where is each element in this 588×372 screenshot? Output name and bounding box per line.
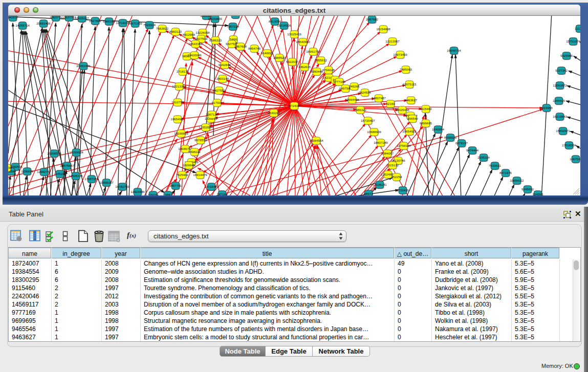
svg-text:1244415: 1244415 [553, 99, 565, 102]
svg-text:7625402: 7625402 [176, 173, 189, 177]
svg-text:10756928: 10756928 [397, 144, 411, 147]
svg-text:197164: 197164 [217, 192, 228, 195]
svg-text:15692971: 15692971 [556, 129, 570, 133]
svg-text:9329966: 9329966 [560, 54, 573, 57]
svg-text:10688609: 10688609 [367, 130, 381, 134]
svg-text:10807487: 10807487 [372, 96, 386, 100]
svg-text:2867608: 2867608 [234, 45, 247, 48]
svg-text:8813054: 8813054 [269, 19, 281, 23]
svg-text:9146821: 9146821 [261, 51, 274, 55]
svg-text:18724007: 18724007 [287, 104, 301, 107]
svg-text:16154808: 16154808 [376, 27, 390, 31]
svg-text:1145194: 1145194 [54, 172, 66, 176]
svg-text:19654923: 19654923 [402, 129, 417, 133]
svg-text:2530203: 2530203 [268, 111, 280, 115]
svg-text:1733426: 1733426 [397, 188, 409, 192]
svg-text:7485063: 7485063 [400, 68, 412, 71]
svg-text:1588520: 1588520 [273, 56, 286, 59]
svg-text:533594: 533594 [8, 166, 12, 169]
svg-text:12505135: 12505135 [69, 174, 83, 178]
svg-text:20053346: 20053346 [76, 64, 91, 68]
svg-text:2718170: 2718170 [177, 70, 189, 73]
svg-text:19166825: 19166825 [174, 132, 188, 135]
svg-text:129234: 129234 [148, 193, 159, 195]
svg-text:8678552: 8678552 [194, 138, 207, 142]
svg-text:9857791: 9857791 [169, 184, 182, 187]
svg-text:1167533: 1167533 [570, 157, 580, 161]
svg-text:9474444: 9474444 [466, 148, 479, 152]
svg-text:9242848: 9242848 [219, 63, 231, 67]
svg-text:1527602: 1527602 [89, 19, 102, 23]
svg-text:16543362: 16543362 [188, 42, 203, 46]
svg-text:940557: 940557 [8, 16, 18, 19]
svg-text:62160: 62160 [386, 102, 395, 105]
svg-text:2935114: 2935114 [477, 156, 490, 159]
svg-text:9777169: 9777169 [333, 80, 346, 83]
svg-text:6879197: 6879197 [455, 141, 468, 145]
svg-text:12923446: 12923446 [130, 190, 145, 193]
svg-text:8990448: 8990448 [311, 70, 323, 73]
svg-text:9899695: 9899695 [420, 121, 432, 125]
svg-text:8960123: 8960123 [169, 30, 182, 33]
svg-text:15751074: 15751074 [566, 39, 580, 43]
svg-text:1615132: 1615132 [386, 163, 399, 167]
svg-text:7986322: 7986322 [354, 108, 367, 112]
svg-text:16671355: 16671355 [128, 21, 142, 25]
svg-text:16648754: 16648754 [447, 49, 461, 52]
svg-text:111256: 111256 [575, 27, 580, 30]
svg-text:3624554: 3624554 [359, 91, 372, 94]
svg-text:12213369: 12213369 [172, 84, 186, 88]
svg-text:16033809: 16033809 [208, 17, 222, 20]
svg-text:17016504: 17016504 [562, 143, 576, 147]
svg-text:9245652: 9245652 [521, 187, 534, 191]
svg-text:252254: 252254 [391, 175, 402, 179]
svg-text:6966160: 6966160 [103, 19, 116, 23]
svg-text:20691406: 20691406 [36, 21, 51, 25]
svg-text:1063776: 1063776 [50, 16, 62, 19]
svg-text:1609948: 1609948 [183, 163, 195, 167]
svg-text:23420046: 23420046 [187, 53, 202, 57]
svg-text:18807249: 18807249 [374, 141, 388, 144]
svg-text:9227342: 9227342 [555, 69, 568, 72]
svg-text:10637763: 10637763 [62, 16, 76, 19]
svg-text:15720407: 15720407 [361, 119, 375, 122]
svg-text:23564436: 23564436 [345, 98, 359, 101]
svg-text:20206536: 20206536 [47, 151, 61, 155]
svg-text:14055714: 14055714 [15, 24, 30, 27]
svg-text:16961758: 16961758 [306, 50, 320, 53]
svg-text:196549: 196549 [407, 117, 418, 120]
svg-text:10973493: 10973493 [393, 53, 407, 56]
svg-text:13226058: 13226058 [195, 31, 210, 34]
svg-text:19716485: 19716485 [204, 185, 219, 188]
svg-text:9327503: 9327503 [195, 37, 208, 40]
svg-text:7357224: 7357224 [227, 25, 239, 28]
svg-text:1362615: 1362615 [298, 65, 311, 69]
svg-text:10654112: 10654112 [510, 179, 524, 182]
svg-text:2803144: 2803144 [216, 77, 229, 80]
svg-text:10975867: 10975867 [60, 164, 74, 167]
svg-text:924565: 924565 [533, 192, 543, 195]
svg-text:1640954: 1640954 [432, 127, 445, 131]
svg-text:17957255: 17957255 [84, 177, 99, 181]
svg-text:9115460: 9115460 [420, 107, 432, 111]
svg-text:8454749: 8454749 [248, 47, 261, 50]
svg-text:988: 988 [165, 193, 171, 195]
svg-text:19384554: 19384554 [309, 139, 323, 142]
svg-text:881305: 881305 [230, 16, 241, 16]
svg-text:12213967: 12213967 [385, 39, 400, 43]
svg-text:1610755: 1610755 [171, 100, 184, 104]
svg-text:2087682: 2087682 [366, 17, 379, 21]
svg-text:12942757: 12942757 [37, 170, 51, 173]
svg-text:15640910: 15640910 [296, 40, 310, 43]
svg-text:8186323: 8186323 [209, 38, 222, 42]
svg-text:16210643: 16210643 [553, 115, 567, 118]
svg-text:8471676: 8471676 [499, 171, 512, 174]
svg-text:10958107: 10958107 [99, 181, 114, 184]
svg-text:8912954: 8912954 [183, 33, 195, 36]
svg-text:19218506: 19218506 [277, 24, 291, 27]
svg-text:10025438: 10025438 [395, 108, 409, 112]
svg-text:8938923: 8938923 [444, 136, 457, 139]
svg-text:10655267: 10655267 [75, 16, 89, 20]
svg-text:8215955: 8215955 [540, 106, 553, 110]
svg-text:7663822: 7663822 [156, 27, 169, 30]
